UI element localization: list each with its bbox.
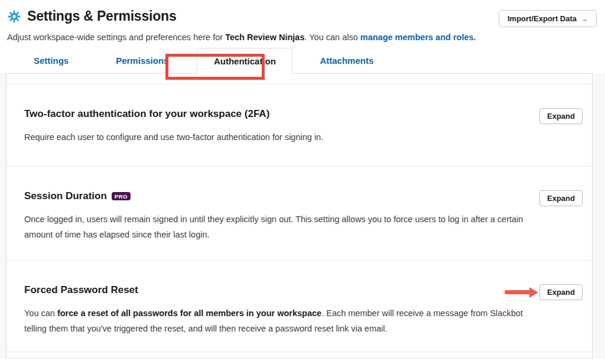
workspace-name: Tech Review Ninjas [225, 32, 304, 42]
panel-top-strip [6, 74, 592, 84]
tab-settings[interactable]: Settings [27, 48, 76, 73]
tab-attachments[interactable]: Attachments [313, 48, 380, 73]
section-title: Two-factor authentication for your works… [24, 108, 269, 120]
import-export-button[interactable]: Import/Export Data → [499, 10, 597, 27]
gear-icon [7, 9, 21, 24]
tab-bar: Settings Permissions Authentication Atta… [7, 48, 597, 73]
expand-button-forced-password-reset[interactable]: Expand [539, 284, 583, 300]
gear-icon-shape [8, 10, 21, 22]
page-header: Settings & Permissions Import/Export Dat… [0, 0, 605, 73]
arrow-annotation-head [529, 287, 538, 298]
section-forced-password-reset: Forced Password Reset Expand You can for… [6, 261, 592, 352]
expand-button-session-duration[interactable]: Expand [539, 190, 583, 206]
import-export-label: Import/Export Data [508, 14, 577, 23]
description-prefix: You can [24, 308, 57, 318]
next-section-partial [6, 352, 592, 359]
tab-permissions[interactable]: Permissions [109, 48, 175, 73]
arrow-right-icon: → [581, 15, 588, 23]
section-two-factor-auth: Two-factor authentication for your works… [6, 84, 592, 167]
section-description: Require each user to configure and use t… [24, 129, 532, 145]
subtitle-middle: . You can also [304, 32, 360, 42]
settings-panel: Two-factor authentication for your works… [6, 73, 593, 359]
arrow-annotation [505, 287, 538, 298]
section-title: Forced Password Reset [24, 284, 138, 296]
description-bold: force a reset of all passwords for all m… [57, 308, 321, 318]
pro-badge: PRO [112, 192, 131, 201]
content-area: Two-factor authentication for your works… [0, 73, 605, 359]
tab-authentication[interactable]: Authentication [197, 48, 292, 74]
expand-button-2fa[interactable]: Expand [539, 108, 583, 124]
section-session-duration: Session Duration PRO Expand Once logged … [6, 167, 592, 261]
section-description: Once logged in, users will remain signed… [24, 212, 532, 242]
section-title: Session Duration [24, 190, 107, 202]
page-title: Settings & Permissions [27, 8, 177, 24]
arrow-annotation-shaft [505, 290, 531, 294]
section-description: You can force a reset of all passwords f… [24, 306, 532, 336]
subtitle-prefix: Adjust workspace-wide settings and prefe… [7, 32, 225, 42]
manage-members-link[interactable]: manage members and roles. [360, 32, 476, 42]
page-subtitle: Adjust workspace-wide settings and prefe… [7, 32, 597, 42]
